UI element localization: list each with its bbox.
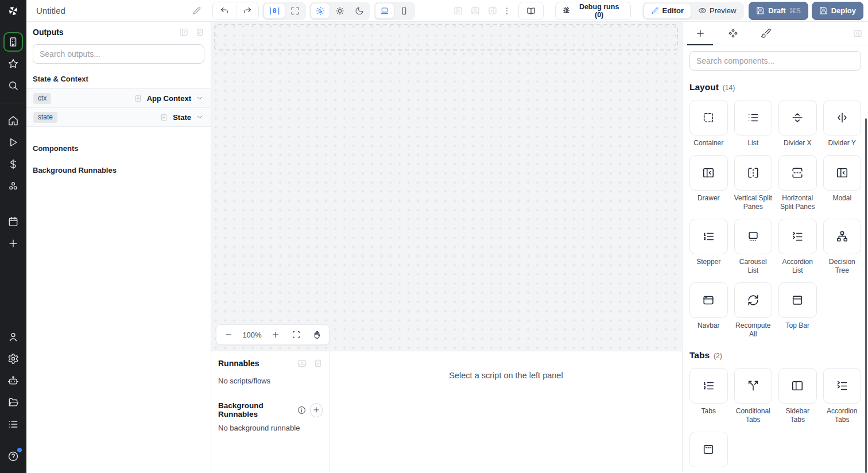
output-badge: ctx [33, 93, 51, 104]
redo-button[interactable] [236, 2, 259, 20]
component-tile-drawer[interactable]: Drawer [689, 155, 728, 211]
search-components-input[interactable] [689, 51, 861, 71]
toggle-bottom-panel-button[interactable] [468, 3, 483, 18]
layout-section-count: (14) [723, 84, 735, 92]
rail-item-workers[interactable] [3, 371, 23, 390]
component-tile-horizontal-split-panes[interactable]: Horizontal Split Panes [778, 155, 817, 211]
save-icon [756, 6, 765, 15]
draft-button[interactable]: Draft ⌘S [749, 2, 808, 20]
outputs-panel: Outputs State & Context ctx [26, 22, 211, 473]
component-tile-modal[interactable]: Modal [823, 155, 862, 211]
chevron-down-icon[interactable] [196, 113, 204, 121]
doc-icon [134, 94, 142, 103]
rail-item-users[interactable] [3, 327, 23, 347]
fit-canvas-button[interactable] [286, 326, 307, 343]
undo-button[interactable] [213, 2, 236, 20]
docs-button[interactable] [518, 2, 544, 20]
rail-item-logs[interactable] [3, 414, 23, 434]
theme-dark-button[interactable] [350, 3, 369, 19]
component-tile-container[interactable]: Container [689, 100, 728, 148]
rail-item-settings[interactable] [3, 349, 23, 369]
search-outputs-input[interactable] [33, 44, 204, 64]
fit-view-icon [290, 6, 300, 15]
rename-button[interactable] [189, 3, 204, 19]
add-background-runnable-button[interactable] [310, 403, 323, 417]
rail-item-favorites[interactable] [3, 54, 23, 73]
rail-item-help[interactable] [3, 447, 23, 466]
runnables-panel: Runnables No scripts/flows Background Ru… [211, 351, 330, 473]
pan-mode-button[interactable] [307, 326, 327, 343]
output-type-label: State [173, 113, 191, 122]
draft-label: Draft [768, 6, 785, 15]
component-tile-sidebar-tabs[interactable]: Sidebar Tabs [778, 368, 817, 424]
toggle-left-panel-button[interactable] [451, 3, 466, 18]
component-tile-divider-x[interactable]: Divider X [778, 100, 817, 148]
output-row-state[interactable]: state State [26, 108, 211, 127]
home-icon [7, 115, 19, 126]
zoom-out-button[interactable] [218, 326, 239, 343]
component-tile-carousel-list[interactable]: Carousel List [734, 219, 773, 275]
app-title[interactable]: Untitled [36, 6, 189, 15]
zoom-in-button[interactable] [265, 326, 286, 343]
tabs-components-grid: Tabs Conditional Tabs Sidebar Tabs [689, 368, 861, 471]
drawer-icon [702, 166, 715, 179]
rail-item-schedules[interactable] [3, 212, 23, 231]
windmill-logo-icon[interactable] [0, 0, 26, 22]
debug-runs-button[interactable]: Debug runs (0) [555, 2, 631, 20]
rail-item-apps[interactable] [3, 32, 23, 52]
list-ordered-icon [702, 230, 715, 243]
rail-item-home[interactable] [3, 111, 23, 130]
hand-icon [312, 330, 321, 339]
component-tile-top-bar[interactable]: Top Bar [778, 282, 817, 339]
mobile-view-button[interactable] [394, 3, 414, 19]
canvas-zoom-toolbar: 100% [216, 324, 330, 345]
rail-item-variables[interactable] [3, 154, 23, 174]
component-tile-recompute-all[interactable]: Recompute All [734, 282, 773, 339]
tab-styling[interactable] [749, 22, 782, 45]
topbar-icon [791, 294, 804, 307]
component-tile-tabs[interactable]: Tabs [689, 368, 728, 424]
collapse-outputs-icon[interactable] [179, 28, 188, 37]
dash-top-rect-icon [702, 443, 715, 456]
chevron-down-icon[interactable] [196, 94, 204, 102]
building-icon [7, 36, 19, 48]
component-tile-navbar[interactable]: Navbar [689, 282, 728, 339]
collapse-components-panel-icon[interactable] [853, 29, 862, 38]
tab-component-settings[interactable] [716, 22, 749, 45]
toggle-right-panel-button[interactable] [485, 3, 500, 18]
outputs-doc-icon[interactable] [195, 28, 204, 37]
runnables-empty-text: No scripts/flows [218, 377, 323, 385]
rail-item-resources[interactable] [3, 176, 23, 196]
collapse-runnables-icon[interactable] [297, 359, 307, 368]
app-canvas[interactable]: 100% [211, 22, 682, 351]
components-panel-scrollbar[interactable] [865, 118, 867, 473]
tab-insert-component[interactable] [684, 22, 716, 45]
tabs-icon [702, 379, 715, 392]
component-tile-divider-y[interactable]: Divider Y [823, 100, 862, 148]
carousel-icon [747, 230, 760, 243]
more-menu-button[interactable] [500, 3, 514, 19]
rail-item-folders[interactable] [3, 393, 23, 412]
runnables-doc-icon[interactable] [313, 359, 323, 368]
rail-item-runs[interactable] [3, 133, 23, 152]
theme-light-button[interactable] [330, 3, 350, 19]
fit-view-button[interactable] [285, 3, 305, 19]
component-tile-accordion-list[interactable]: Accordion List [778, 219, 817, 275]
component-tile-list[interactable]: List [734, 100, 773, 148]
zoom-reset-button[interactable]: |0| [264, 3, 285, 19]
desktop-view-button[interactable] [375, 3, 394, 19]
component-tile-accordion-tabs[interactable]: Accordion Tabs [823, 368, 862, 424]
component-tile-conditional-tabs[interactable]: Conditional Tabs [734, 368, 773, 424]
rail-item-search[interactable] [3, 76, 23, 95]
component-tile-stepper[interactable]: Stepper [689, 219, 728, 275]
output-row-ctx[interactable]: ctx App Context [26, 89, 211, 108]
component-tile-partial[interactable] [689, 432, 728, 471]
rail-item-add[interactable] [3, 234, 23, 253]
preview-tab[interactable]: Preview [691, 3, 743, 19]
theme-auto-button[interactable] [311, 3, 330, 19]
component-tile-vertical-split-panes[interactable]: Vertical Split Panes [734, 155, 773, 211]
component-tile-decision-tree[interactable]: Decision Tree [823, 219, 862, 275]
star-icon [7, 58, 19, 69]
editor-tab[interactable]: Editor [644, 3, 691, 19]
deploy-button[interactable]: Deploy [812, 2, 863, 20]
